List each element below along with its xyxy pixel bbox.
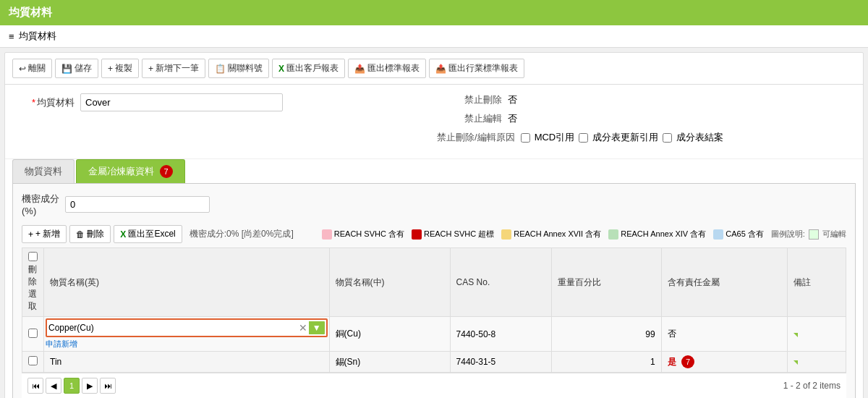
main-container: ↩ 離關 💾 儲存 + 複製 + 新增下一筆 📋 關聯料號 X 匯出客戶報表 📤… (4, 52, 864, 398)
row1-name-en-input-wrapper: ✕ ▼ (46, 318, 328, 337)
legend-reach-svhc: REACH SVHC 含有 (322, 229, 404, 240)
tabs: 物質資料 金屬冶煉廠資料 7 (12, 159, 856, 183)
legend-editable-color (809, 229, 819, 240)
breadcrumb-text: 均質材料 (19, 30, 56, 43)
btn-save[interactable]: 💾 儲存 (55, 59, 98, 78)
sub-toolbar: + + 新增 🗑 刪除 X 匯出至Excel 機密成分:0% [尚差0%完成] (22, 225, 294, 243)
form-right: 禁止刪除 否 禁止編輯 否 禁止刪除/編輯原因 MCD引用 成分表更新引用 成分… (437, 93, 851, 150)
tabs-section: 物質資料 金屬冶煉廠資料 7 機密成分(%) + + 新增 (12, 159, 856, 398)
forbid-edit-row: 禁止編輯 否 (437, 112, 851, 125)
btn-addnext[interactable]: + 新增下一筆 (142, 59, 205, 78)
legend-reach-svhc-exceed-label: REACH SVHC 超標 (424, 229, 494, 240)
page-first-btn[interactable]: ⏮ (27, 378, 43, 394)
row2-name-zh: 錫(Sn) (336, 357, 361, 367)
row2-note-cell (788, 352, 846, 373)
row1-name-zh: 銅(Cu) (336, 329, 361, 339)
page-prev-btn[interactable]: ◀ (46, 378, 61, 394)
row1-cas: 7440-50-8 (456, 329, 496, 339)
legend-reach-svhc-label: REACH SVHC 含有 (334, 229, 404, 240)
legend-ca65-label: CA65 含有 (726, 229, 764, 240)
row2-cas-cell: 7440-31-5 (450, 352, 552, 373)
row1-weight: 99 (645, 329, 655, 339)
tab-content: 機密成分(%) + + 新增 🗑 刪除 X 匯出至Excel (12, 183, 856, 398)
export-standard-icon: 📤 (354, 64, 365, 74)
btn-material[interactable]: 📋 關聯料號 (208, 59, 269, 78)
checkbox-mcd-label: MCD引用 (535, 131, 575, 144)
row2-metal-cell: 是 7 (661, 352, 788, 373)
checkbox-composition-result-label: 成分表結案 (676, 131, 723, 144)
legend-reach-annex17-color (501, 229, 511, 240)
export-industry-icon: 📤 (435, 64, 446, 74)
row1-metal-cell: 否 (661, 317, 788, 352)
density-label: 機密成分(%) (22, 192, 59, 216)
checkbox-composition-update[interactable] (579, 133, 588, 143)
row1-name-en-input[interactable] (48, 323, 297, 333)
tab-metal-label: 金屬冶煉廠資料 (88, 166, 154, 177)
row1-apply-new[interactable]: 申請新增 (46, 339, 328, 350)
row1-name-en-cell[interactable]: ✕ ▼ 申請新增 (44, 317, 330, 352)
btn-export-industry[interactable]: 📤 匯出行業標準報表 (429, 59, 524, 78)
title-text: 均質材料 (9, 6, 52, 18)
form-left: 均質材料 (17, 93, 431, 150)
row1-name-zh-cell: 銅(Cu) (329, 317, 450, 352)
checkbox-composition-result[interactable] (663, 133, 672, 143)
btn-delete-row[interactable]: 🗑 刪除 (69, 225, 111, 243)
btn-export-industry-label: 匯出行業標準報表 (448, 62, 518, 75)
legend-reach-svhc-color (322, 229, 332, 240)
page-info: 1 - 2 of 2 items (783, 381, 841, 391)
btn-addnext-label: 新增下一筆 (156, 62, 199, 75)
toolbar: ↩ 離關 💾 儲存 + 複製 + 新增下一筆 📋 關聯料號 X 匯出客戶報表 📤… (5, 53, 863, 85)
row1-cas-cell: 7440-50-8 (450, 317, 552, 352)
legend-reach-annex14-label: REACH Annex XIV 含有 (621, 229, 706, 240)
row1-dropdown-btn[interactable]: ▼ (309, 321, 325, 334)
legend-reach-svhc-exceed-color (412, 229, 422, 240)
row2-checkbox[interactable] (28, 356, 38, 365)
row1-note-cell (788, 317, 846, 352)
page-current-btn[interactable]: 1 (64, 378, 80, 394)
legend: REACH SVHC 含有 REACH SVHC 超標 REACH Annex … (322, 229, 846, 240)
checkbox-mcd[interactable] (521, 133, 530, 143)
back-icon: ↩ (19, 64, 26, 74)
btn-export-excel[interactable]: X 匯出至Excel (114, 225, 182, 243)
subtoolbar-legend-row: + + 新增 🗑 刪除 X 匯出至Excel 機密成分:0% [尚差0%完成] (22, 225, 846, 243)
btn-add-row[interactable]: + + 新增 (22, 225, 67, 243)
row2-metal-badge: 7 (681, 355, 694, 368)
btn-save-label: 儲存 (75, 62, 92, 75)
row2-weight-cell: 1 (552, 352, 661, 373)
tab-metal[interactable]: 金屬冶煉廠資料 7 (76, 159, 185, 183)
btn-delete-row-label: 刪除 (87, 228, 104, 240)
material-input[interactable] (80, 93, 283, 111)
checkbox-composition-update-label: 成分表更新引用 (592, 131, 658, 144)
export-excel-icon: X (120, 229, 126, 240)
page-last-btn[interactable]: ⏭ (100, 378, 116, 394)
btn-copy[interactable]: + 複製 (101, 59, 139, 78)
copy-icon: + (108, 64, 113, 74)
forbid-delete-row: 禁止刪除 否 (437, 93, 851, 106)
btn-export-standard[interactable]: 📤 匯出標準報表 (348, 59, 426, 78)
btn-back[interactable]: ↩ 離關 (12, 59, 52, 78)
form-section: 均質材料 禁止刪除 否 禁止編輯 否 禁止刪除/編輯原因 MCD引用 成分表更新… (5, 85, 863, 159)
page-next-btn[interactable]: ▶ (82, 378, 98, 394)
row1-clear-icon[interactable]: ✕ (299, 322, 307, 334)
btn-add-row-label: + 新增 (35, 228, 60, 240)
col-header-weight: 重量百分比 (552, 248, 661, 317)
delete-row-icon: 🗑 (76, 229, 85, 240)
data-table: 刪除選取 物質名稱(英) 物質名稱(中) CAS No. 重量百分比 含有責任金… (22, 247, 846, 373)
page-current-label: 1 (69, 381, 74, 390)
row2-weight: 1 (650, 357, 655, 367)
btn-export-customer[interactable]: X 匯出客戶報表 (272, 59, 345, 78)
breadcrumb: ≡ 均質材料 (0, 25, 868, 48)
row1-triangle (793, 333, 798, 337)
legend-reach-svhc-exceed: REACH SVHC 超標 (412, 229, 494, 240)
btn-copy-label: 複製 (115, 62, 132, 75)
btn-back-label: 離關 (28, 62, 46, 75)
btn-export-standard-label: 匯出標準報表 (367, 62, 420, 75)
select-all-checkbox[interactable] (28, 252, 38, 261)
tab-substance[interactable]: 物質資料 (12, 159, 75, 183)
row1-checkbox[interactable] (28, 329, 38, 338)
density-input[interactable] (65, 196, 210, 213)
pagination: ⏮ ◀ 1 ▶ ⏭ 1 - 2 of 2 items (22, 373, 846, 398)
row2-metal: 是 (668, 357, 676, 367)
row2-name-en-cell: Tin (44, 352, 330, 373)
addnext-icon: + (148, 64, 153, 74)
